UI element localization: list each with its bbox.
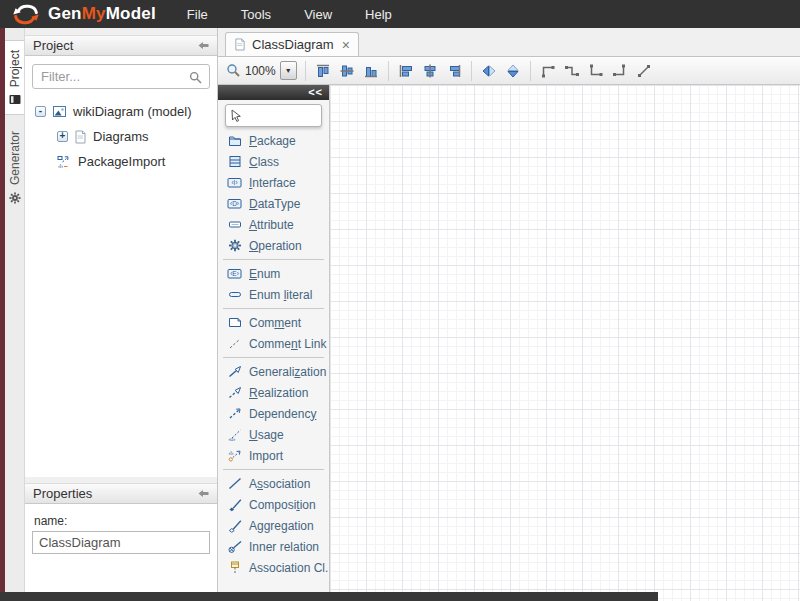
palette-item-composition[interactable]: Composition xyxy=(218,494,329,515)
diagram-tabbar: ClassDiagram × xyxy=(218,28,800,57)
align-right-icon xyxy=(446,63,462,79)
palette-item-package[interactable]: Package xyxy=(218,130,329,151)
palette-item-interface[interactable]: ‹I›Interface xyxy=(218,172,329,193)
tree-node-label: Diagrams xyxy=(93,129,149,144)
elbow-up-right-button[interactable] xyxy=(536,59,560,83)
model-icon xyxy=(52,105,67,118)
palette-item-enum[interactable]: ‹E›Enum xyxy=(218,263,329,284)
elbow-down-right-button[interactable] xyxy=(584,59,608,83)
align-center-button[interactable] xyxy=(418,59,442,83)
package-import-icon: ‹I› xyxy=(57,155,72,169)
palette-item-label: Generalization xyxy=(249,365,326,379)
model-tree: -wikiDiagram (model)+Diagrams‹I›PackageI… xyxy=(25,94,217,477)
close-icon[interactable]: × xyxy=(342,37,350,53)
svg-text:‹I›: ‹I› xyxy=(231,179,237,186)
menu-items: FileToolsViewHelp xyxy=(178,7,416,22)
menu-help[interactable]: Help xyxy=(356,7,401,22)
collapse-node-icon[interactable]: - xyxy=(35,106,46,117)
app-logo[interactable]: GenMyModel xyxy=(9,3,156,26)
collapse-properties-icon[interactable] xyxy=(198,489,209,498)
sidebar-tab-generator[interactable]: Generator xyxy=(5,122,24,213)
name-field[interactable] xyxy=(32,531,210,554)
palette-item-association-cl[interactable]: Association Cl... xyxy=(218,557,329,578)
palette-item-operation[interactable]: Operation xyxy=(218,235,329,256)
interface-icon: ‹I› xyxy=(227,176,242,190)
filter-input[interactable] xyxy=(32,64,210,89)
diagram-canvas[interactable] xyxy=(330,85,800,601)
palette-item-label: Aggregation xyxy=(249,519,314,533)
align-top-button[interactable] xyxy=(311,59,335,83)
class-icon xyxy=(227,155,242,169)
gear-icon xyxy=(9,192,21,204)
diagram-page-icon xyxy=(234,38,246,51)
tree-node-wikidiagram-model[interactable]: -wikiDiagram (model) xyxy=(25,99,217,124)
svg-text:‹u›: ‹u› xyxy=(228,436,235,442)
expand-node-icon[interactable]: + xyxy=(57,131,68,142)
palette-item-label: Operation xyxy=(249,239,302,253)
tree-node-diagrams[interactable]: +Diagrams xyxy=(25,124,217,149)
align-left-button[interactable] xyxy=(394,59,418,83)
chevron-down-icon: ▼ xyxy=(285,67,292,74)
menu-tools[interactable]: Tools xyxy=(232,7,280,22)
elbow-step-button[interactable] xyxy=(560,59,584,83)
elbow-down-left-icon xyxy=(612,63,628,79)
project-panel-header: Project xyxy=(25,35,217,56)
diagram-toolbar: 100% ▼ xyxy=(218,57,800,85)
palette-item-usage[interactable]: ‹u›Usage xyxy=(218,424,329,445)
palette-item-aggregation[interactable]: Aggregation xyxy=(218,515,329,536)
menu-file[interactable]: File xyxy=(178,7,217,22)
flip-horizontal-button[interactable] xyxy=(477,59,501,83)
palette-item-comment[interactable]: Comment xyxy=(218,312,329,333)
palette-item-comment-link[interactable]: Comment Link xyxy=(218,333,329,354)
straight-line-button[interactable] xyxy=(632,59,656,83)
palette-item-attribute[interactable]: Attribute xyxy=(218,214,329,235)
palette-item-enum-literal[interactable]: Enum literal xyxy=(218,284,329,305)
palette-item-association[interactable]: Association xyxy=(218,473,329,494)
tab-classdiagram[interactable]: ClassDiagram × xyxy=(225,32,359,56)
elbow-down-left-button[interactable] xyxy=(608,59,632,83)
align-middle-button[interactable] xyxy=(335,59,359,83)
app-window: GenMyModel FileToolsViewHelp Project Gen… xyxy=(0,0,800,601)
inner-relation-icon xyxy=(227,540,242,554)
palette-item-label: Association xyxy=(249,477,310,491)
palette-item-import[interactable]: ‹I›Import xyxy=(218,445,329,466)
palette-item-generalization[interactable]: Generalization xyxy=(218,361,329,382)
composition-icon xyxy=(227,498,242,512)
aggregation-icon xyxy=(227,519,242,533)
collapse-panel-icon[interactable] xyxy=(198,41,209,50)
collapse-palette-button[interactable]: << xyxy=(308,87,323,98)
filter-row xyxy=(25,56,217,94)
generalization-icon xyxy=(227,365,242,379)
palette-item-inner-relation[interactable]: Inner relation xyxy=(218,536,329,557)
palette-item-label: Inner relation xyxy=(249,540,319,554)
zoom-dropdown-button[interactable]: ▼ xyxy=(280,61,297,80)
select-tool-button[interactable] xyxy=(225,104,322,127)
palette-item-label: Dependency xyxy=(249,407,316,421)
palette-item-label: Interface xyxy=(249,176,296,190)
palette-item-dependency[interactable]: Dependency xyxy=(218,403,329,424)
toolbar-separator xyxy=(388,61,389,81)
flip-horizontal-icon xyxy=(481,63,497,79)
menu-view[interactable]: View xyxy=(295,7,341,22)
svg-text:‹I›: ‹I› xyxy=(58,162,63,168)
workarea: << PackageClass‹I›Interface‹D›DataTypeAt… xyxy=(218,85,800,601)
palette-item-class[interactable]: Class xyxy=(218,151,329,172)
align-left-icon xyxy=(398,63,414,79)
align-right-button[interactable] xyxy=(442,59,466,83)
palette-item-datatype[interactable]: ‹D›DataType xyxy=(218,193,329,214)
tree-node-packageimport[interactable]: ‹I›PackageImport xyxy=(25,149,217,174)
palette-item-label: Package xyxy=(249,134,296,148)
palette-item-label: Comment Link xyxy=(249,337,326,351)
usage-icon: ‹u› xyxy=(227,428,242,442)
align-bottom-button[interactable] xyxy=(359,59,383,83)
palette-item-label: Import xyxy=(249,449,283,463)
palette-item-label: Composition xyxy=(249,498,316,512)
flip-vertical-button[interactable] xyxy=(501,59,525,83)
toolbar-separator xyxy=(305,61,306,81)
diagram-icon xyxy=(74,130,87,144)
sidebar-tab-project[interactable]: Project xyxy=(5,40,24,115)
palette-item-realization[interactable]: Realization xyxy=(218,382,329,403)
palette-header: << xyxy=(218,85,329,100)
tool-palette: << PackageClass‹I›Interface‹D›DataTypeAt… xyxy=(218,85,330,601)
association-class-icon xyxy=(227,561,242,575)
